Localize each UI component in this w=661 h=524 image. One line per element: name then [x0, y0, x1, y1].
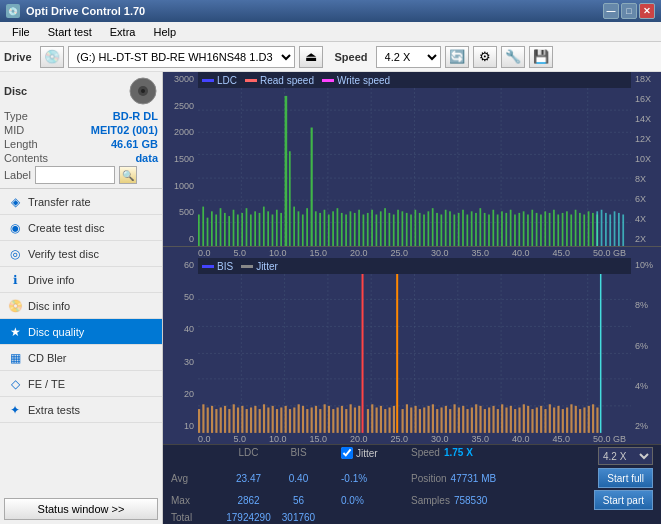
svg-rect-101 — [557, 214, 559, 246]
start-full-button[interactable]: Start full — [598, 468, 653, 488]
options-button[interactable]: 🔧 — [501, 46, 525, 68]
svg-rect-96 — [536, 213, 538, 246]
title-bar-left: 💿 Opti Drive Control 1.70 — [6, 4, 145, 18]
svg-rect-108 — [588, 211, 590, 246]
disc-label-input[interactable] — [35, 166, 115, 184]
disc-type-value: BD-R DL — [113, 110, 158, 122]
drive-select[interactable]: (G:) HL-DT-ST BD-RE WH16NS48 1.D3 — [68, 46, 295, 68]
speed-select-2[interactable]: 4.2 X — [598, 447, 653, 465]
svg-rect-150 — [263, 404, 265, 433]
toolbar: Drive 💿 (G:) HL-DT-ST BD-RE WH16NS48 1.D… — [0, 42, 661, 72]
status-window-button[interactable]: Status window >> — [4, 498, 158, 520]
nav-verify-test-disc[interactable]: ◎ Verify test disc — [0, 241, 162, 267]
svg-rect-48 — [328, 214, 330, 246]
refresh-button[interactable]: 🔄 — [445, 46, 469, 68]
read-speed-legend-label: Read speed — [260, 75, 314, 86]
svg-rect-28 — [241, 213, 243, 246]
nav-disc-info[interactable]: 📀 Disc info — [0, 293, 162, 319]
svg-rect-210 — [531, 409, 533, 433]
menu-bar: File Start test Extra Help — [0, 22, 661, 42]
disc-contents-label: Contents — [4, 152, 48, 164]
menu-start-test[interactable]: Start test — [40, 24, 100, 40]
nav-fe-te[interactable]: ◇ FE / TE — [0, 371, 162, 397]
svg-rect-223 — [588, 406, 590, 433]
svg-rect-219 — [570, 404, 572, 433]
svg-rect-205 — [510, 406, 512, 433]
nav-create-test-disc[interactable]: ◉ Create test disc — [0, 215, 162, 241]
top-chart-legend: LDC Read speed Write speed — [198, 72, 631, 88]
samples-value: 758530 — [454, 495, 487, 506]
nav-extra-tests[interactable]: ✦ Extra tests — [0, 397, 162, 423]
svg-rect-51 — [341, 213, 343, 246]
svg-rect-218 — [566, 408, 568, 433]
app-title: Opti Drive Control 1.70 — [26, 5, 145, 17]
svg-rect-202 — [497, 409, 499, 433]
svg-rect-113 — [605, 213, 607, 246]
bis-total: 301760 — [276, 512, 321, 523]
disc-header: Disc — [4, 76, 158, 106]
save-button[interactable]: 💾 — [529, 46, 553, 68]
settings-button[interactable]: ⚙ — [473, 46, 497, 68]
ldc-total: 17924290 — [221, 512, 276, 523]
svg-rect-26 — [233, 210, 235, 246]
svg-rect-200 — [488, 408, 490, 433]
svg-rect-36 — [276, 210, 278, 246]
svg-rect-65 — [402, 211, 404, 246]
left-panel: Disc Type BD-R DL MID MEIT02 (001) Lengt… — [0, 72, 163, 524]
maximize-button[interactable]: □ — [621, 3, 637, 19]
disc-contents-value: data — [135, 152, 158, 164]
ldc-legend-label: LDC — [217, 75, 237, 86]
bottom-chart-legend: BIS Jitter — [198, 258, 631, 274]
drive-icon-btn[interactable]: 💿 — [40, 46, 64, 68]
svg-rect-54 — [354, 213, 356, 246]
nav-disc-info-label: Disc info — [28, 300, 70, 312]
nav-cd-bler[interactable]: ▦ CD Bler — [0, 345, 162, 371]
bis-legend-color — [202, 265, 214, 268]
menu-help[interactable]: Help — [145, 24, 184, 40]
svg-rect-106 — [579, 213, 581, 246]
disc-label-button[interactable]: 🔍 — [119, 166, 137, 184]
svg-rect-204 — [505, 408, 507, 433]
stats-bar: LDC BIS Jitter Speed 1.75 X 4.2 X — [163, 444, 661, 467]
svg-rect-114 — [609, 214, 611, 246]
minimize-button[interactable]: — — [603, 3, 619, 19]
svg-rect-201 — [492, 406, 494, 433]
disc-label-label: Label — [4, 169, 31, 181]
svg-rect-41 — [298, 211, 300, 246]
svg-rect-165 — [328, 406, 330, 433]
svg-rect-116 — [618, 213, 620, 246]
svg-rect-184 — [419, 409, 421, 433]
svg-rect-103 — [566, 211, 568, 246]
jitter-checkbox[interactable] — [341, 447, 353, 459]
nav-disc-quality[interactable]: ★ Disc quality — [0, 319, 162, 345]
status-window-label: Status window >> — [38, 503, 125, 515]
menu-file[interactable]: File — [4, 24, 38, 40]
svg-rect-175 — [376, 408, 378, 433]
svg-rect-199 — [484, 409, 486, 433]
disc-length-label: Length — [4, 138, 38, 150]
eject-button[interactable]: ⏏ — [299, 46, 323, 68]
svg-rect-213 — [544, 409, 546, 433]
nav-drive-info[interactable]: ℹ Drive info — [0, 267, 162, 293]
svg-rect-85 — [488, 214, 490, 246]
svg-rect-220 — [575, 406, 577, 433]
disc-length-value: 46.61 GB — [111, 138, 158, 150]
svg-rect-214 — [549, 404, 551, 433]
svg-rect-194 — [462, 406, 464, 433]
drive-info-icon: ℹ — [8, 273, 22, 287]
nav-transfer-rate[interactable]: ◈ Transfer rate — [0, 189, 162, 215]
svg-rect-115 — [614, 211, 616, 246]
menu-extra[interactable]: Extra — [102, 24, 144, 40]
svg-rect-225 — [596, 408, 598, 433]
start-part-button[interactable]: Start part — [594, 490, 653, 510]
svg-point-2 — [141, 89, 145, 93]
speed-select[interactable]: 4.2 X — [376, 46, 441, 68]
svg-rect-151 — [267, 408, 269, 433]
svg-rect-95 — [531, 210, 533, 246]
svg-rect-23 — [220, 208, 222, 246]
close-button[interactable]: ✕ — [639, 3, 655, 19]
bottom-chart-y-axis-left: 60 50 40 30 20 10 — [163, 258, 198, 433]
svg-rect-34 — [267, 211, 269, 246]
stats-max-bar: Max 2862 56 0.0% Samples 758530 Start pa… — [163, 489, 661, 511]
svg-rect-170 — [350, 404, 352, 433]
